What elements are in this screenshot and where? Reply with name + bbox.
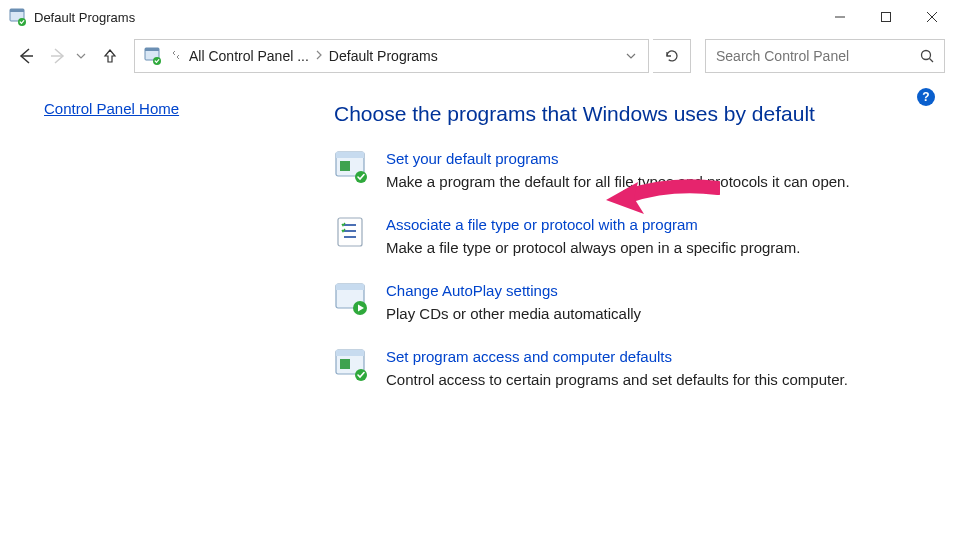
minimize-button[interactable] [817,2,863,32]
window-icon [8,8,26,26]
breadcrumb-item-all-control-panel[interactable]: All Control Panel ... [187,46,311,66]
set-default-programs-desc: Make a program the default for all file … [386,171,850,192]
breadcrumb-item-default-programs[interactable]: Default Programs [327,46,440,66]
main-content: Choose the programs that Windows uses by… [320,78,955,539]
svg-line-13 [930,59,934,63]
toolbar: All Control Panel ... Default Programs [0,34,955,78]
option-set-default-programs: Set your default programs Make a program… [334,150,935,192]
sidebar: Control Panel Home [0,78,320,539]
svg-rect-27 [340,359,350,369]
address-dropdown-chevron[interactable] [618,40,644,72]
window-controls [817,2,955,32]
svg-point-12 [922,51,931,60]
breadcrumb-separator-icon [311,50,327,62]
page-heading: Choose the programs that Windows uses by… [334,102,935,126]
refresh-button[interactable] [653,39,691,73]
close-button[interactable] [909,2,955,32]
search-input[interactable] [714,47,918,65]
change-autoplay-desc: Play CDs or other media automatically [386,303,641,324]
svg-rect-23 [336,284,364,290]
recent-locations-chevron[interactable] [76,48,92,64]
change-autoplay-link[interactable]: Change AutoPlay settings [386,282,558,299]
program-access-icon [334,348,368,382]
up-button[interactable] [96,40,124,72]
autoplay-icon [334,282,368,316]
search-icon[interactable] [918,48,936,64]
associate-file-type-desc: Make a file type or protocol always open… [386,237,800,258]
body: Control Panel Home Choose the programs t… [0,78,955,539]
set-default-programs-link[interactable]: Set your default programs [386,150,559,167]
window-title: Default Programs [34,10,135,25]
associate-file-type-link[interactable]: Associate a file type or protocol with a… [386,216,698,233]
associate-file-type-icon [334,216,368,250]
breadcrumb-prefix-chevron[interactable] [167,49,187,63]
title-bar: Default Programs [0,0,955,34]
program-access-defaults-link[interactable]: Set program access and computer defaults [386,348,672,365]
svg-rect-1 [10,9,24,12]
option-program-access-defaults: Set program access and computer defaults… [334,348,935,390]
option-associate-file-type: Associate a file type or protocol with a… [334,216,935,258]
address-bar[interactable]: All Control Panel ... Default Programs [134,39,649,73]
address-icon [143,47,161,65]
program-access-defaults-desc: Control access to certain programs and s… [386,369,848,390]
svg-rect-10 [145,48,159,51]
svg-rect-15 [336,152,364,158]
maximize-button[interactable] [863,2,909,32]
option-change-autoplay: Change AutoPlay settings Play CDs or oth… [334,282,935,324]
default-programs-icon [334,150,368,184]
control-panel-home-link[interactable]: Control Panel Home [44,100,179,117]
svg-rect-16 [340,161,350,171]
svg-rect-26 [336,350,364,356]
svg-rect-4 [882,13,891,22]
search-box[interactable] [705,39,945,73]
back-button[interactable] [12,40,40,72]
forward-button[interactable] [44,40,72,72]
